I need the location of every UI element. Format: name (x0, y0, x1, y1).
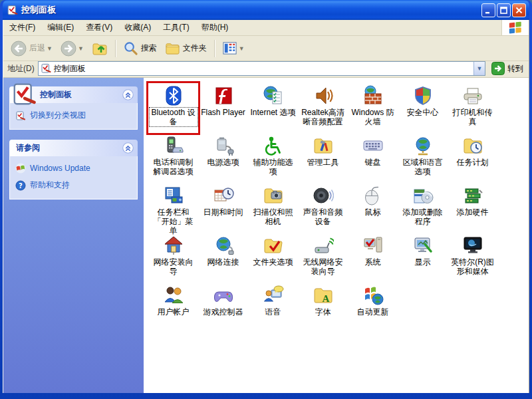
auto-updates-icon (362, 285, 384, 306)
menu-item-1[interactable]: 文件(F) (3, 20, 41, 35)
views-button[interactable]: ▼ (219, 39, 248, 57)
cpl-item-label: 管理工具 (307, 158, 340, 167)
folders-button[interactable]: 文件夹 (162, 39, 210, 57)
cpl-item-display[interactable]: 显示 (398, 233, 448, 283)
chevron-up-icon[interactable] (122, 89, 134, 100)
printers-faxes-icon (462, 85, 483, 106)
fonts-icon: A (313, 285, 334, 306)
cpl-item-label: 区域和语言选项 (399, 158, 447, 176)
cpl-item-system[interactable]: 系统 (348, 233, 398, 283)
menu-item-2[interactable]: 编辑(E) (41, 20, 80, 35)
cpl-item-internet-options[interactable]: Internet 选项 (248, 83, 298, 133)
content-area: Bluetooth 设备Flash PlayerInternet 选项Realt… (144, 78, 529, 393)
maximize-button[interactable] (497, 3, 511, 17)
cpl-item-label: 用户帐户 (157, 307, 190, 317)
menu-item-4[interactable]: 收藏(A) (118, 20, 157, 35)
cpl-item-power-options[interactable]: 电源选项 (198, 133, 248, 183)
cpl-item-fonts[interactable]: A字体 (298, 283, 348, 332)
cpl-item-add-remove-programs[interactable]: 添加或删除程序 (398, 183, 448, 233)
cpl-item-label: 网络连接 (207, 257, 240, 267)
cpl-item-sounds-audio[interactable]: 声音和音频设备 (298, 183, 348, 233)
go-button[interactable]: 转到 (489, 61, 526, 76)
cpl-item-regional-language[interactable]: 区域和语言选项 (398, 133, 448, 183)
sidebar: 控制面板切换到分类视图请参阅Windows Update?帮助和支持 (3, 78, 144, 393)
panel-title: 请参阅 (16, 142, 40, 154)
date-time-icon (213, 185, 234, 206)
cpl-item-realtek-audio[interactable]: Realtek高清晰音频配置 (298, 83, 348, 133)
forward-dropdown-icon: ▼ (78, 45, 84, 52)
cpl-item-mouse[interactable]: 鼠标 (348, 183, 398, 233)
cpl-item-auto-updates[interactable]: 自动更新 (348, 283, 398, 332)
menu-item-5[interactable]: 工具(T) (157, 20, 195, 35)
cpl-item-label: Flash Player (200, 108, 246, 117)
cpl-item-label: 添加硬件 (456, 207, 489, 217)
cpl-item-network-setup[interactable]: 网络安装向导 (148, 233, 198, 283)
cpl-item-label: 打印机和传真 (449, 108, 497, 126)
cpl-item-printers-faxes[interactable]: 打印机和传真 (448, 83, 497, 133)
cpl-item-add-hardware[interactable]: 添加硬件 (448, 183, 497, 233)
close-button[interactable] (512, 3, 526, 17)
toolbar-separator (214, 40, 215, 57)
cpl-item-game-controllers[interactable]: 游戏控制器 (198, 283, 248, 332)
sidebar-link-label: 帮助和支持 (30, 180, 70, 191)
menu-item-6[interactable]: 帮助(H) (196, 20, 235, 35)
cpl-item-date-time[interactable]: 日期和时间 (198, 183, 248, 233)
flash-player-icon (213, 85, 234, 106)
speech-icon (263, 285, 284, 306)
cpl-item-label: 日期和时间 (203, 207, 244, 217)
menu-spacer (234, 20, 502, 35)
cpl-item-label: 无线网络安装向导 (299, 257, 347, 276)
title-bar[interactable]: 控制面板 (3, 0, 529, 20)
cpl-item-keyboard[interactable]: 键盘 (348, 133, 398, 183)
cpl-item-security-center[interactable]: 安全中心 (398, 83, 448, 133)
cpl-item-wireless-setup[interactable]: 无线网络安装向导 (298, 233, 348, 283)
cpl-item-label: 系统 (364, 257, 382, 267)
keyboard-icon (362, 135, 384, 156)
cpl-item-scanners-cameras[interactable]: 扫描仪和照相机 (248, 183, 298, 233)
menu-item-3[interactable]: 查看(V) (80, 20, 118, 35)
up-button[interactable] (88, 39, 111, 58)
sidebar-link-help[interactable]: ?帮助和支持 (15, 180, 132, 191)
cpl-item-speech[interactable]: 语音 (248, 283, 298, 332)
cpl-item-label: Internet 选项 (249, 108, 296, 117)
cpl-item-label: 网络安装向导 (150, 257, 198, 276)
back-button[interactable]: 后退▼ (7, 39, 56, 58)
mouse-icon (362, 185, 384, 206)
sounds-audio-icon (313, 185, 334, 206)
cpl-item-accessibility[interactable]: 辅助功能选项 (248, 133, 298, 183)
cpl-item-admin-tools[interactable]: 管理工具 (298, 133, 348, 183)
address-dropdown-button[interactable]: ▼ (473, 62, 485, 75)
sidebar-link-category-view[interactable]: 切换到分类视图 (15, 110, 132, 121)
cpl-item-flash-player[interactable]: Flash Player (198, 83, 248, 133)
game-controllers-icon (213, 285, 234, 306)
cpl-item-label: Bluetooth 设备 (150, 108, 198, 126)
internet-options-icon (263, 85, 284, 106)
cpl-item-intel-graphics[interactable]: 英特尔(R)图形和媒体 (448, 233, 497, 283)
cpl-item-label: 文件夹选项 (253, 257, 294, 267)
cpl-item-folder-options[interactable]: 文件夹选项 (248, 233, 298, 283)
control-panel-window: 控制面板 文件(F)编辑(E)查看(V)收藏(A)工具(T)帮助(H) 后退▼ … (0, 0, 532, 399)
cpl-item-user-accounts[interactable]: 用户帐户 (148, 283, 198, 332)
chevron-up-icon[interactable] (122, 142, 134, 154)
panel-header[interactable]: 请参阅 (9, 140, 138, 156)
cpl-item-taskbar-startmenu[interactable]: 任务栏和「开始」菜单 (148, 183, 198, 233)
cpl-item-network-connections[interactable]: 网络连接 (198, 233, 248, 283)
cpl-item-phone-modem[interactable]: 电话和调制解调器选项 (148, 133, 198, 183)
views-icon (222, 41, 237, 56)
address-bar: 地址(D) 控制面板 ▼ 转到 (3, 61, 529, 78)
icon-grid: Bluetooth 设备Flash PlayerInternet 选项Realt… (148, 83, 529, 332)
search-button[interactable]: 搜索 (120, 39, 160, 57)
cpl-item-windows-firewall[interactable]: Windows 防火墙 (348, 83, 398, 133)
sidebar-link-windows-update[interactable]: Windows Update (15, 163, 132, 174)
minimize-button[interactable] (481, 3, 495, 17)
cpl-item-bluetooth[interactable]: Bluetooth 设备 (148, 83, 198, 133)
cpl-item-scheduled-tasks[interactable]: 任务计划 (448, 133, 497, 183)
category-view-icon (15, 110, 26, 121)
windows-firewall-icon (362, 85, 384, 106)
forward-button[interactable]: ▼ (57, 39, 87, 58)
wireless-setup-icon (313, 235, 334, 256)
views-dropdown-icon: ▼ (239, 45, 245, 52)
address-input[interactable]: 控制面板 ▼ (38, 61, 485, 76)
toolbar-separator (115, 40, 116, 57)
windows-logo-icon (502, 20, 529, 35)
